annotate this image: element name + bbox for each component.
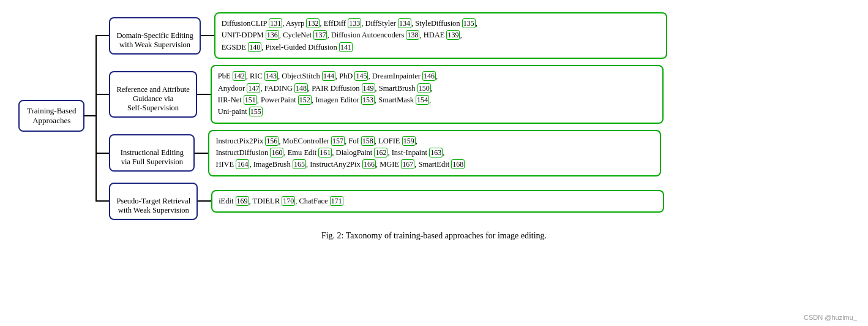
ref-161: 161 (318, 148, 332, 157)
vertical-connector: Domain-Specific Editingwith Weak Supervi… (95, 12, 667, 220)
content-node-3: InstructPix2Pix 156, MoEController 157, … (208, 130, 661, 176)
content-node-2: PbE 142, RIC 143, ObjectStitch 144, PhD … (211, 65, 664, 124)
ref-139: 139 (446, 30, 460, 40)
caption-text: Fig. 2: Taxonomy of training-based appro… (321, 231, 547, 240)
cat1-label: Domain-Specific Editingwith Weak Supervi… (116, 31, 193, 49)
ref-152: 152 (298, 95, 312, 105)
ref-157: 157 (331, 136, 345, 146)
ref-158: 158 (361, 136, 375, 146)
ref-165: 165 (293, 159, 306, 169)
ref-134: 134 (398, 18, 411, 28)
ref-142: 142 (233, 71, 246, 81)
root-h-connector (84, 115, 95, 116)
h-line-2 (95, 94, 109, 95)
ref-149: 149 (362, 83, 375, 93)
root-section: Training-Based Approaches (18, 12, 84, 220)
branch-row-3: Instructional Editingvia Full Supervisio… (95, 130, 667, 176)
ref-148: 148 (294, 83, 308, 93)
ref-170: 170 (282, 196, 295, 206)
ref-159: 159 (402, 136, 416, 146)
ref-140: 140 (248, 42, 261, 52)
ref-146: 146 (422, 71, 436, 81)
h-line-1b (201, 35, 214, 36)
ref-145: 145 (354, 71, 368, 81)
h-line-3b (195, 153, 208, 154)
h-line-4 (95, 200, 109, 202)
category-node-1: Domain-Specific Editingwith Weak Supervi… (109, 17, 200, 55)
ref-132: 132 (306, 18, 320, 28)
ref-162: 162 (374, 148, 387, 157)
category-node-2: Reference and AttributeGuidance viaSelf-… (109, 71, 196, 118)
ref-171: 171 (330, 196, 343, 206)
page: Training-Based Approaches Domain-Specifi… (0, 0, 868, 326)
branches-section: Domain-Specific Editingwith Weak Supervi… (95, 12, 667, 220)
figure-caption: Fig. 2: Taxonomy of training-based appro… (18, 231, 850, 241)
content-node-1: DiffusionCLIP 131, Asyrp 132, EffDiff 13… (214, 12, 667, 59)
ref-168: 168 (451, 159, 465, 169)
ref-160: 160 (270, 148, 283, 157)
ref-137: 137 (313, 30, 327, 40)
ref-155: 155 (249, 107, 263, 116)
cat4-label: Pseudo-Target Retrievalwith Weak Supervi… (116, 197, 190, 214)
ref-163: 163 (429, 148, 443, 157)
ref-143: 143 (264, 71, 278, 81)
ref-135: 135 (462, 18, 476, 28)
branch-rows: Domain-Specific Editingwith Weak Supervi… (95, 12, 667, 220)
root-node: Training-Based Approaches (18, 100, 84, 132)
ref-144: 144 (322, 71, 335, 81)
content-node-4: iEdit 169, TDIELR 170, ChatFace 171 (211, 190, 664, 213)
branch-row-4: Pseudo-Target Retrievalwith Weak Supervi… (95, 183, 667, 220)
cat3-label: Instructional Editingvia Full Supervisio… (121, 148, 184, 166)
ref-141: 141 (339, 42, 353, 52)
h-line-3 (95, 153, 109, 154)
category-node-4: Pseudo-Target Retrievalwith Weak Supervi… (109, 183, 198, 220)
h-line-1 (95, 35, 109, 36)
ref-169: 169 (236, 196, 249, 206)
watermark: CSDN @huzimu_ (804, 314, 857, 321)
root-label: Training-Based Approaches (27, 106, 76, 126)
ref-150: 150 (417, 83, 431, 93)
ref-166: 166 (362, 159, 376, 169)
ref-133: 133 (348, 18, 361, 28)
branch-row-2: Reference and AttributeGuidance viaSelf-… (95, 65, 667, 124)
ref-151: 151 (244, 95, 257, 105)
diagram: Training-Based Approaches Domain-Specifi… (18, 12, 850, 220)
ref-153: 153 (361, 95, 375, 105)
ref-131: 131 (269, 18, 282, 28)
branch-row-1: Domain-Specific Editingwith Weak Supervi… (95, 12, 667, 59)
ref-147: 147 (247, 83, 260, 93)
h-line-2b (197, 94, 211, 95)
ref-156: 156 (265, 136, 279, 146)
h-line-4b (198, 200, 211, 202)
ref-138: 138 (406, 30, 419, 40)
category-node-3: Instructional Editingvia Full Supervisio… (109, 134, 195, 172)
ref-164: 164 (236, 159, 249, 169)
cat2-label: Reference and AttributeGuidance viaSelf-… (116, 85, 189, 112)
ref-154: 154 (416, 95, 429, 105)
ref-136: 136 (266, 30, 279, 40)
ref-167: 167 (401, 159, 414, 169)
v-bar (95, 36, 97, 201)
